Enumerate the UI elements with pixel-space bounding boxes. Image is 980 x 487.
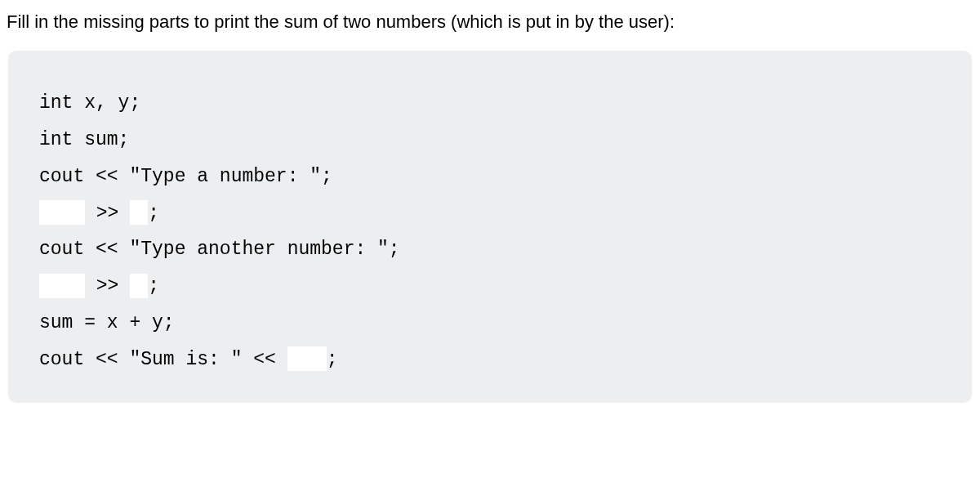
code-line-4: >> ;	[39, 195, 941, 232]
code-line-7: sum = x + y;	[39, 305, 941, 342]
code-text: ;	[327, 342, 338, 378]
code-line-1: int x, y;	[39, 85, 941, 122]
code-text: cout << "Type a number: ";	[39, 159, 332, 195]
code-line-2: int sum;	[39, 122, 941, 159]
code-line-6: >> ;	[39, 268, 941, 305]
code-text: >>	[85, 195, 130, 232]
code-line-8: cout << "Sum is: " << ;	[39, 342, 941, 378]
code-text: cout << "Sum is: " <<	[39, 342, 287, 378]
fill-blank-5[interactable]	[287, 346, 327, 371]
code-line-5: cout << "Type another number: ";	[39, 231, 941, 268]
instruction-text: Fill in the missing parts to print the s…	[0, 0, 980, 51]
code-text: cout << "Type another number: ";	[39, 231, 400, 268]
fill-blank-2[interactable]	[130, 200, 148, 225]
code-block: int x, y; int sum; cout << "Type a numbe…	[8, 51, 972, 403]
code-text: ;	[148, 268, 159, 305]
code-text: ;	[148, 195, 159, 232]
fill-blank-3[interactable]	[39, 274, 85, 298]
code-text: sum = x + y;	[39, 305, 175, 342]
code-text: int x, y;	[39, 85, 140, 122]
fill-blank-4[interactable]	[130, 274, 148, 298]
code-text: >>	[85, 268, 130, 305]
code-line-3: cout << "Type a number: ";	[39, 159, 941, 195]
code-text: int sum;	[39, 122, 129, 159]
fill-blank-1[interactable]	[39, 200, 85, 225]
